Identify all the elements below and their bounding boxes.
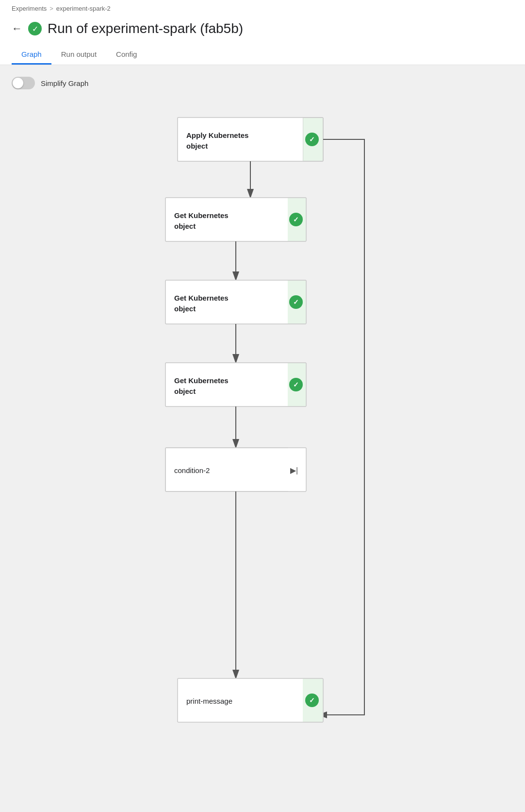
svg-text:✓: ✓	[293, 381, 299, 389]
svg-text:object: object	[174, 222, 196, 230]
svg-text:object: object	[174, 304, 196, 313]
run-status-icon: ✓	[28, 22, 42, 35]
node-get-k8s-2[interactable]: Get Kubernetes object ✓	[165, 280, 306, 324]
svg-text:Get Kubernetes: Get Kubernetes	[174, 294, 229, 302]
tabs-container: Graph Run output Config	[12, 45, 513, 65]
svg-text:✓: ✓	[309, 696, 315, 704]
svg-text:condition-2: condition-2	[174, 466, 210, 474]
tab-config[interactable]: Config	[106, 45, 147, 65]
simplify-graph-toggle[interactable]	[12, 77, 35, 89]
page-title: Run of experiment-spark (fab5b)	[48, 21, 243, 36]
svg-text:Apply Kubernetes: Apply Kubernetes	[186, 131, 248, 139]
graph-container: Apply Kubernetes object ✓ Get Kubernetes…	[12, 103, 513, 749]
toggle-knob	[13, 78, 23, 88]
svg-text:✓: ✓	[293, 216, 299, 223]
breadcrumb-separator: >	[49, 5, 53, 12]
node-get-k8s-1[interactable]: Get Kubernetes object ✓	[165, 198, 306, 241]
simplify-graph-label: Simplify Graph	[41, 79, 88, 87]
tab-graph[interactable]: Graph	[12, 45, 51, 65]
svg-text:✓: ✓	[293, 298, 299, 306]
node-apply-k8s[interactable]: Apply Kubernetes object ✓	[178, 118, 323, 161]
svg-text:▶|: ▶|	[290, 466, 298, 474]
content-area: Simplify Graph Apply Kubernetes object ✓	[0, 65, 525, 794]
breadcrumb: Experiments > experiment-spark-2	[12, 5, 513, 16]
svg-rect-13	[165, 198, 288, 241]
breadcrumb-parent[interactable]: Experiments	[12, 5, 47, 12]
svg-rect-31	[165, 363, 288, 406]
page-header: ← ✓ Run of experiment-spark (fab5b)	[12, 16, 513, 43]
svg-text:✓: ✓	[309, 135, 315, 143]
svg-rect-4	[178, 118, 303, 161]
svg-text:print-message: print-message	[186, 697, 232, 705]
node-print-message[interactable]: print-message ✓	[178, 678, 323, 722]
node-condition-2[interactable]: condition-2 ▶|	[165, 448, 306, 491]
graph-svg: Apply Kubernetes object ✓ Get Kubernetes…	[93, 108, 432, 749]
back-button[interactable]: ←	[12, 23, 22, 34]
svg-text:object: object	[186, 142, 208, 150]
svg-text:object: object	[174, 387, 196, 395]
node-get-k8s-3[interactable]: Get Kubernetes object ✓	[165, 363, 306, 406]
svg-text:Get Kubernetes: Get Kubernetes	[174, 376, 229, 385]
top-bar: Experiments > experiment-spark-2 ← ✓ Run…	[0, 0, 525, 65]
breadcrumb-current: experiment-spark-2	[56, 5, 111, 12]
simplify-graph-row: Simplify Graph	[12, 77, 513, 89]
svg-rect-22	[165, 280, 288, 324]
tab-run-output[interactable]: Run output	[51, 45, 106, 65]
svg-text:Get Kubernetes: Get Kubernetes	[174, 211, 229, 220]
